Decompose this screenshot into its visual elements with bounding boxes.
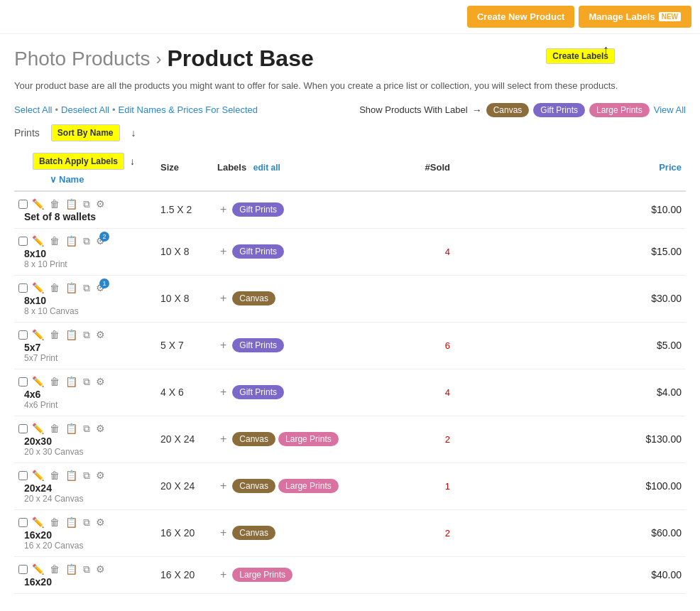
- label-filter-arrow-icon: →: [472, 104, 482, 116]
- copy-icon[interactable]: 📋: [64, 198, 79, 210]
- settings-icon[interactable]: ⚙: [94, 563, 106, 575]
- add-label-button[interactable]: +: [217, 386, 229, 399]
- copy-icon[interactable]: 📋: [64, 375, 79, 388]
- add-label-button[interactable]: +: [217, 245, 229, 258]
- edit-icon[interactable]: ✏️: [31, 469, 45, 482]
- row-checkbox[interactable]: [18, 424, 28, 433]
- filter-largeprints-tag[interactable]: Large Prints: [589, 103, 650, 117]
- delete-icon[interactable]: 🗑: [48, 234, 61, 247]
- duplicate-icon[interactable]: ⧉: [82, 375, 92, 389]
- product-label-tag[interactable]: Large Prints: [232, 568, 292, 582]
- edit-icon[interactable]: ✏️: [31, 375, 45, 388]
- add-label-button[interactable]: +: [217, 568, 229, 581]
- row-checkbox[interactable]: [18, 330, 28, 340]
- product-name: 5x7: [24, 342, 40, 353]
- add-label-button[interactable]: +: [217, 339, 229, 352]
- product-label-tag[interactable]: Canvas: [232, 479, 275, 493]
- copy-icon[interactable]: 📋: [64, 234, 79, 247]
- select-all-link[interactable]: Select All: [14, 104, 52, 115]
- settings-icon[interactable]: ⚙2: [94, 234, 106, 247]
- product-sub: 8 x 10 Canvas: [24, 306, 79, 316]
- delete-icon[interactable]: 🗑: [48, 328, 61, 341]
- table-row: ✏️🗑📋⧉⚙Set of 8 wallets1.5 X 2+Gift Print…: [14, 191, 686, 229]
- duplicate-icon[interactable]: ⧉: [82, 516, 92, 529]
- view-all-link[interactable]: View All: [654, 104, 686, 115]
- product-sold: 4: [398, 228, 454, 275]
- row-checkbox[interactable]: [18, 237, 28, 246]
- delete-icon[interactable]: 🗑: [48, 198, 61, 210]
- product-label-tag[interactable]: Large Prints: [278, 432, 339, 446]
- row-actions: ✏️🗑📋⧉⚙4x64x6 Print: [14, 369, 156, 416]
- row-checkbox[interactable]: [18, 377, 28, 386]
- duplicate-icon[interactable]: ⧉: [82, 422, 92, 436]
- delete-icon[interactable]: 🗑: [48, 516, 61, 529]
- row-checkbox[interactable]: [18, 283, 28, 293]
- duplicate-icon[interactable]: ⧉: [82, 281, 92, 295]
- edit-icon[interactable]: ✏️: [31, 328, 45, 341]
- duplicate-icon[interactable]: ⧉: [82, 328, 92, 342]
- delete-icon[interactable]: 🗑: [48, 563, 61, 575]
- copy-icon[interactable]: 📋: [64, 422, 79, 435]
- edit-icon[interactable]: ✏️: [31, 198, 45, 210]
- product-label-tag[interactable]: Large Prints: [278, 479, 339, 493]
- row-checkbox[interactable]: [18, 200, 28, 209]
- add-label-button[interactable]: +: [217, 292, 229, 305]
- copy-icon[interactable]: 📋: [64, 469, 79, 482]
- row-checkbox[interactable]: [18, 471, 28, 480]
- edit-icon[interactable]: ✏️: [31, 281, 45, 294]
- edit-icon[interactable]: ✏️: [31, 563, 45, 575]
- edit-icon[interactable]: ✏️: [31, 422, 45, 435]
- delete-icon[interactable]: 🗑: [48, 469, 61, 482]
- settings-icon[interactable]: ⚙: [94, 516, 106, 529]
- product-price: $10.00: [454, 191, 686, 229]
- product-label-tag[interactable]: Gift Prints: [232, 202, 284, 217]
- edit-names-link[interactable]: Edit Names & Prices For Selected: [119, 104, 258, 115]
- row-checkbox[interactable]: [18, 565, 28, 574]
- row-checkbox[interactable]: [18, 518, 28, 527]
- create-product-button[interactable]: Create New Product: [467, 6, 575, 28]
- copy-icon[interactable]: 📋: [64, 516, 79, 529]
- product-label-tag[interactable]: Gift Prints: [232, 338, 284, 352]
- duplicate-icon[interactable]: ⧉: [82, 234, 92, 248]
- deselect-all-link[interactable]: Deselect All: [61, 104, 109, 115]
- duplicate-icon[interactable]: ⧉: [82, 198, 92, 211]
- delete-icon[interactable]: 🗑: [48, 281, 61, 294]
- settings-icon[interactable]: ⚙1: [94, 281, 106, 294]
- product-label-tag[interactable]: Canvas: [232, 526, 275, 540]
- copy-icon[interactable]: 📋: [64, 563, 79, 575]
- col-labels-header: Labels edit all: [213, 144, 398, 191]
- edit-icon[interactable]: ✏️: [31, 516, 45, 529]
- product-label-tag[interactable]: Gift Prints: [232, 385, 284, 399]
- settings-icon[interactable]: ⚙: [94, 375, 106, 388]
- table-row: ✏️🗑📋⧉⚙28x108 x 10 Print10 X 8+Gift Print…: [14, 228, 686, 275]
- col-size-header: Size: [156, 144, 213, 191]
- product-size: 4 X 6: [156, 369, 213, 416]
- add-label-button[interactable]: +: [217, 480, 229, 492]
- product-name: 16x20: [24, 529, 52, 541]
- add-label-button[interactable]: +: [217, 203, 229, 216]
- manage-labels-button[interactable]: Manage Labels NEW: [579, 6, 691, 28]
- product-price: $130.00: [454, 416, 686, 463]
- add-label-button[interactable]: +: [217, 433, 229, 445]
- duplicate-icon[interactable]: ⧉: [82, 469, 92, 482]
- edit-icon[interactable]: ✏️: [31, 234, 45, 247]
- product-label-tag[interactable]: Gift Prints: [232, 244, 284, 259]
- filter-canvas-tag[interactable]: Canvas: [486, 103, 530, 117]
- product-label-tag[interactable]: Canvas: [232, 432, 275, 446]
- row-actions: ✏️🗑📋⧉⚙16x2016 x 20 Canvas: [14, 509, 156, 556]
- settings-icon[interactable]: ⚙: [94, 422, 106, 435]
- copy-icon[interactable]: 📋: [64, 281, 79, 294]
- copy-icon[interactable]: 📋: [64, 328, 79, 341]
- add-label-button[interactable]: +: [217, 526, 229, 539]
- settings-icon[interactable]: ⚙: [94, 469, 106, 482]
- filter-giftprints-tag[interactable]: Gift Prints: [533, 103, 585, 117]
- duplicate-icon[interactable]: ⧉: [82, 563, 92, 576]
- product-label-tag[interactable]: Canvas: [232, 291, 275, 306]
- delete-icon[interactable]: 🗑: [48, 375, 61, 388]
- col-price-header: Price: [454, 144, 686, 191]
- settings-icon[interactable]: ⚙: [94, 198, 106, 210]
- settings-icon[interactable]: ⚙: [94, 328, 106, 341]
- delete-icon[interactable]: 🗑: [48, 422, 61, 435]
- sort-name-header[interactable]: ∨ Name: [18, 174, 152, 185]
- edit-all-labels-link[interactable]: edit all: [253, 163, 280, 173]
